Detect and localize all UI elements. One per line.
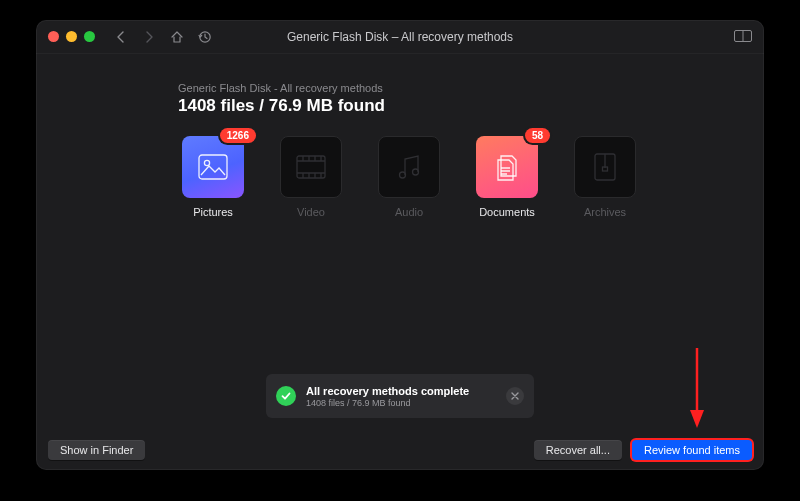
category-badge-documents: 58: [525, 128, 550, 143]
music-icon: [396, 153, 422, 181]
forward-button[interactable]: [141, 29, 157, 45]
category-archives[interactable]: Archives: [570, 136, 640, 218]
category-tile-pictures: 1266: [182, 136, 244, 198]
check-icon: [276, 386, 296, 406]
dismiss-toast-button[interactable]: [506, 387, 524, 405]
category-pictures[interactable]: 1266 Pictures: [178, 136, 248, 218]
status-toast: All recovery methods complete 1408 files…: [266, 374, 534, 418]
category-label-archives: Archives: [584, 206, 626, 218]
close-window-button[interactable]: [48, 31, 59, 42]
category-row: 1266 Pictures: [36, 116, 764, 218]
review-found-items-button[interactable]: Review found items: [632, 440, 752, 460]
svg-point-4: [204, 160, 209, 165]
archive-icon: [593, 152, 617, 182]
status-subtitle: 1408 files / 76.9 MB found: [306, 398, 496, 408]
titlebar: Generic Flash Disk – All recovery method…: [36, 20, 764, 54]
category-label-pictures: Pictures: [193, 206, 233, 218]
show-in-finder-button[interactable]: Show in Finder: [48, 440, 145, 460]
svg-rect-23: [603, 167, 608, 171]
app-window: Generic Flash Disk – All recovery method…: [36, 20, 764, 470]
category-tile-archives: [574, 136, 636, 198]
toolbar-nav: [113, 29, 213, 45]
film-icon: [296, 155, 326, 179]
category-documents[interactable]: 58 Documents: [472, 136, 542, 218]
status-title: All recovery methods complete: [306, 385, 496, 397]
category-label-video: Video: [297, 206, 325, 218]
category-badge-pictures: 1266: [220, 128, 256, 143]
main-content: Generic Flash Disk - All recovery method…: [36, 54, 764, 470]
category-tile-video: [280, 136, 342, 198]
category-audio[interactable]: Audio: [374, 136, 444, 218]
results-headline: 1408 files / 76.9 MB found: [178, 96, 764, 116]
footer-bar: Show in Finder Recover all... Review fou…: [36, 440, 764, 460]
image-icon: [198, 154, 228, 180]
history-button[interactable]: [197, 29, 213, 45]
category-tile-documents: 58: [476, 136, 538, 198]
category-video[interactable]: Video: [276, 136, 346, 218]
view-mode-button[interactable]: [734, 28, 752, 46]
traffic-lights: [36, 31, 95, 42]
category-label-documents: Documents: [479, 206, 535, 218]
back-button[interactable]: [113, 29, 129, 45]
category-label-audio: Audio: [395, 206, 423, 218]
documents-icon: [493, 152, 521, 182]
recover-all-button[interactable]: Recover all...: [534, 440, 622, 460]
status-text: All recovery methods complete 1408 files…: [306, 385, 496, 408]
home-button[interactable]: [169, 29, 185, 45]
results-heading: Generic Flash Disk - All recovery method…: [36, 54, 764, 116]
category-tile-audio: [378, 136, 440, 198]
svg-rect-3: [199, 155, 227, 179]
zoom-window-button[interactable]: [84, 31, 95, 42]
minimize-window-button[interactable]: [66, 31, 77, 42]
results-subhead: Generic Flash Disk - All recovery method…: [178, 82, 764, 94]
